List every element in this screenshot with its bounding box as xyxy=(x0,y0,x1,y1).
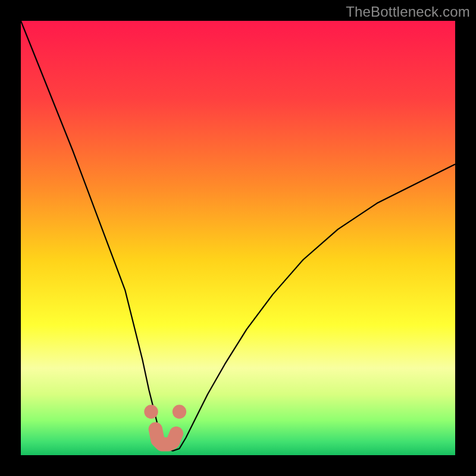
chart-canvas xyxy=(21,21,455,455)
watermark-text: TheBottleneck.com xyxy=(346,4,470,20)
gradient-background xyxy=(21,21,455,455)
highlight-dot-0 xyxy=(144,405,158,418)
chart-frame: TheBottleneck.com xyxy=(0,0,476,476)
highlight-dot-1 xyxy=(173,405,186,418)
plot-area xyxy=(21,21,455,455)
